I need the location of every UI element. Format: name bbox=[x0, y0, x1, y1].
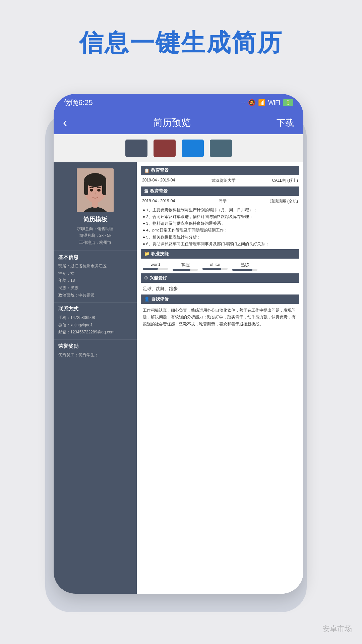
awards-content: 优秀员工；优秀学生； bbox=[58, 352, 132, 359]
self-eval-icon: 👤 bbox=[144, 297, 149, 302]
skill-word-label: word bbox=[150, 262, 160, 267]
bullet-5: ● 5、相关数据报表统计与分析； bbox=[142, 234, 298, 240]
signal-bars-icon: 📶 bbox=[258, 99, 265, 106]
edu2-header: 🏛 教育背景 bbox=[141, 186, 299, 196]
watermark: 安卓市场 bbox=[322, 624, 352, 634]
skill-master-bar bbox=[173, 269, 198, 271]
skill-proficient-bar bbox=[232, 269, 257, 271]
skill-word-bar bbox=[143, 268, 168, 270]
edu2-type: 琉璃璃圈 (全职) bbox=[270, 199, 298, 204]
resume-job-seek: 求职意向：销售助理 bbox=[59, 225, 131, 232]
skill-office-label: office bbox=[210, 262, 220, 267]
edu2-icon: 🏛 bbox=[144, 189, 148, 194]
skill-proficient: 熟练 bbox=[232, 262, 257, 271]
phone: 手机：14725836908 bbox=[58, 314, 132, 322]
skills-title: 职业技能 bbox=[151, 251, 169, 257]
phone-mockup: 傍晚6:25 ··· 🔕 📶 WiFi 🔋 ‹ 简历预览 下载 bbox=[54, 94, 308, 614]
download-button[interactable]: 下载 bbox=[277, 117, 294, 129]
svg-point-7 bbox=[86, 173, 105, 185]
skills-header: 📁 职业技能 bbox=[141, 249, 299, 259]
color-swatch-3[interactable] bbox=[182, 140, 204, 157]
awards-title: 荣誉奖励 bbox=[58, 343, 132, 350]
edu1-school: 武汉纺织大学 bbox=[212, 178, 236, 183]
status-time: 傍晚6:25 bbox=[64, 98, 93, 108]
edu1-title: 教育背景 bbox=[151, 167, 169, 173]
resume-body: 简历模板 求职意向：销售助理 期望月薪：2k - 5k 工作地点：杭州市 基本信… bbox=[54, 162, 303, 594]
resume-location: 工作地点：杭州市 bbox=[59, 239, 131, 246]
gender: 性别：女 bbox=[58, 270, 132, 277]
color-swatch-1[interactable] bbox=[125, 140, 147, 157]
color-swatch-2[interactable] bbox=[154, 140, 176, 157]
self-eval-title: 自我评价 bbox=[151, 296, 169, 302]
basic-info-title: 基本信息 bbox=[58, 254, 132, 261]
edu2-title: 教育背景 bbox=[150, 188, 168, 194]
edu2-row: 2019-04 · 2019-04 同学 琉璃璃圈 (全职) bbox=[141, 198, 299, 205]
interests-content: 足球、跳舞、跑步 bbox=[141, 284, 299, 293]
bullet-6: ● 6、协助课长及车间主任管理车间事务及部门与部门之间的良好关系； bbox=[142, 240, 298, 247]
nav-bar: ‹ 简历预览 下载 bbox=[54, 111, 303, 134]
photo-area: 简历模板 求职意向：销售助理 期望月薪：2k - 5k 工作地点：杭州市 bbox=[54, 162, 137, 251]
color-picker-row bbox=[54, 134, 303, 162]
status-bar: 傍晚6:25 ··· 🔕 📶 WiFi 🔋 bbox=[54, 94, 303, 111]
page-title: 信息一键生成简历 bbox=[0, 0, 362, 59]
ethnicity: 民族：汉族 bbox=[58, 284, 132, 292]
resume-right-content: 📋 教育背景 2019-04 · 2019-04 武汉纺织大学 CALL机 (硕… bbox=[137, 162, 303, 594]
skill-master: 掌握 bbox=[173, 262, 198, 271]
bullet-4: ● 4、pmc日常工作管理及车间助理的培训工作； bbox=[142, 227, 298, 233]
edu1-date: 2019-04 · 2019-04 bbox=[142, 178, 175, 183]
interests-title: 兴趣爱好 bbox=[149, 275, 167, 281]
edu2-date: 2019-04 · 2019-04 bbox=[142, 199, 175, 204]
wechat: 微信：xujingyiqao1 bbox=[58, 322, 132, 329]
wifi-icon: WiFi bbox=[268, 99, 280, 106]
svg-point-8 bbox=[90, 189, 93, 192]
edu1-degree: CALL机 (硕士) bbox=[272, 178, 298, 183]
edu2-company: 同学 bbox=[219, 199, 227, 204]
status-icons: ··· 🔕 📶 WiFi 🔋 bbox=[240, 99, 293, 106]
skills-icon: 📁 bbox=[144, 251, 149, 256]
contact-section: 联系方式 手机：14725836908 微信：xujingyiqao1 邮箱：1… bbox=[54, 303, 137, 340]
resume-photo bbox=[77, 168, 114, 212]
back-button[interactable]: ‹ bbox=[63, 116, 67, 130]
address: 现居：浙江省杭州市滨江区 bbox=[58, 263, 132, 270]
skills-row: word 掌握 office bbox=[141, 261, 299, 272]
skill-proficient-label: 熟练 bbox=[241, 262, 249, 268]
skill-word: word bbox=[143, 262, 168, 270]
edu1-header: 📋 教育背景 bbox=[141, 166, 299, 175]
self-eval-header: 👤 自我评价 bbox=[141, 294, 299, 304]
contact-title: 联系方式 bbox=[58, 306, 132, 312]
bell-icon: 🔕 bbox=[248, 99, 255, 106]
svg-point-9 bbox=[97, 189, 101, 192]
self-eval-content: 工作积极认真，细心负责，熟练运用办公自动化软件，善于在工作中提出问题，发现问题，… bbox=[141, 306, 299, 329]
awards-section: 荣誉奖励 优秀员工；优秀学生； bbox=[54, 340, 137, 362]
page-background: 信息一键生成简历 傍晚6:25 ··· 🔕 📶 WiFi 🔋 ‹ 简 bbox=[0, 0, 362, 644]
signal-dots-icon: ··· bbox=[240, 99, 245, 106]
nav-title: 简历预览 bbox=[153, 116, 191, 129]
bullets-container: ● 1、主要负责物料控制与生产计划的编排（月、周、日排程）； ● 2、合同评审及… bbox=[141, 205, 299, 249]
skill-office: office bbox=[202, 262, 228, 270]
color-swatch-4[interactable] bbox=[210, 140, 232, 157]
edu1-icon: 📋 bbox=[144, 168, 149, 173]
bullet-1: ● 1、主要负责物料控制与生产计划的编排（月、周、日排程）； bbox=[142, 207, 298, 213]
bullet-3: ● 3、物料请购及与供应商保持良好沟通关系； bbox=[142, 220, 298, 227]
resume-salary: 期望月薪：2k - 5k bbox=[59, 232, 131, 239]
phone-body: 傍晚6:25 ··· 🔕 📶 WiFi 🔋 ‹ 简历预览 下载 bbox=[54, 94, 303, 594]
bullet-2: ● 2、合同评审及订单跟进，物料计划与物料跟踪及库存管理； bbox=[142, 213, 298, 220]
resume-left-sidebar: 简历模板 求职意向：销售助理 期望月薪：2k - 5k 工作地点：杭州市 基本信… bbox=[54, 162, 137, 594]
battery-icon: 🔋 bbox=[283, 99, 293, 106]
politics: 政治面貌：中共党员 bbox=[58, 292, 132, 299]
email: 邮箱：123456722289@qq.com bbox=[58, 329, 132, 336]
interests-header: ⊕ 兴趣爱好 bbox=[141, 273, 299, 283]
basic-info-section: 基本信息 现居：浙江省杭州市滨江区 性别：女 年龄：18 民族：汉族 政治面貌：… bbox=[54, 251, 137, 303]
skill-office-bar bbox=[202, 268, 228, 270]
age: 年龄：18 bbox=[58, 277, 132, 284]
edu1-row: 2019-04 · 2019-04 武汉纺织大学 CALL机 (硕士) bbox=[141, 177, 299, 184]
interests-icon: ⊕ bbox=[144, 275, 148, 280]
resume-name: 简历模板 bbox=[59, 215, 131, 223]
skill-master-label: 掌握 bbox=[181, 262, 190, 268]
